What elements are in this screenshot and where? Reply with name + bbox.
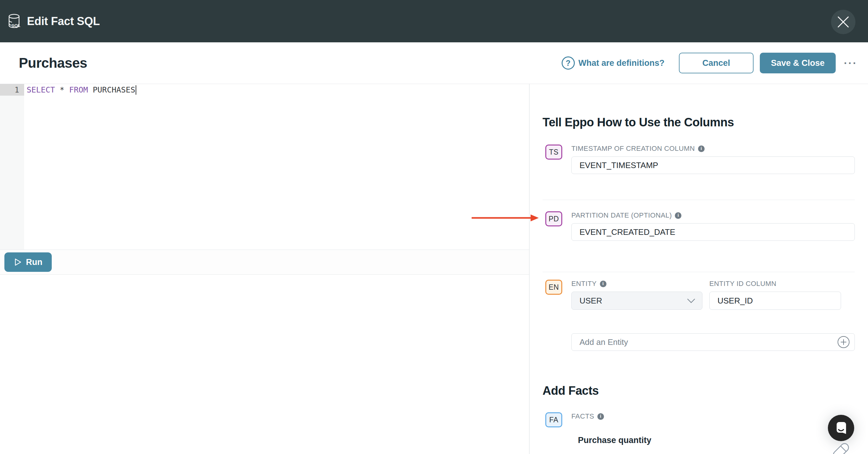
play-icon [14, 258, 22, 266]
line-number: 1 [0, 84, 24, 96]
en-badge: EN [545, 280, 562, 295]
plus-circle-icon [837, 335, 850, 349]
sql-editor-pane: 1 SELECT * FROM PURCHASES Run [0, 84, 530, 454]
toolbar: Purchases ? What are definitions? Cancel… [0, 42, 868, 84]
code-body[interactable]: SELECT * FROM PURCHASES [24, 84, 529, 250]
page-title: Purchases [19, 55, 87, 71]
entity-selected-value: USER [580, 296, 602, 306]
add-entity-button[interactable]: Add an Entity [571, 333, 855, 351]
timestamp-label-row: TIMESTAMP OF CREATION COLUMN i [571, 144, 855, 153]
add-entity-label: Add an Entity [580, 337, 628, 347]
timestamp-field-row: TS TIMESTAMP OF CREATION COLUMN i [542, 144, 855, 174]
question-mark-icon: ? [562, 57, 575, 70]
entity-id-column: ENTITY ID COLUMN [709, 280, 841, 310]
sql-database-icon: SQL [7, 13, 22, 29]
entity-field-row: EN ENTITY i USER [542, 280, 855, 351]
text-cursor [135, 85, 136, 95]
sql-star: * [55, 85, 69, 94]
entity-select-column: ENTITY i USER [571, 280, 703, 310]
modal-header: SQL Edit Fact SQL [0, 0, 868, 42]
entity-field-body: ENTITY i USER [571, 280, 855, 351]
entity-badge-cell: EN [542, 280, 571, 351]
entity-id-input[interactable] [709, 292, 841, 310]
facts-label: FACTS [571, 412, 594, 420]
timestamp-field-body: TIMESTAMP OF CREATION COLUMN i [571, 144, 855, 174]
close-button[interactable] [831, 10, 856, 34]
entity-columns: ENTITY i USER [571, 280, 855, 310]
run-label: Run [26, 257, 42, 267]
info-icon[interactable]: i [698, 145, 705, 152]
partition-label: PARTITION DATE (OPTIONAL) [571, 211, 672, 220]
facts-field-body: FACTS i Purchase quantity [571, 412, 855, 445]
section-divider [542, 200, 855, 200]
section-divider [542, 272, 855, 272]
fa-badge: FA [545, 412, 562, 427]
fact-item-name: Purchase quantity [578, 435, 855, 445]
chat-launcher-button[interactable] [828, 415, 854, 441]
sql-keyword-select: SELECT [27, 85, 55, 94]
partition-badge-cell: PD [542, 211, 571, 241]
partition-date-input[interactable] [571, 223, 855, 241]
edit-pencil-icon[interactable] [827, 442, 856, 454]
chevron-down-icon [687, 298, 695, 303]
partition-label-row: PARTITION DATE (OPTIONAL) i [571, 211, 855, 220]
add-facts-heading: Add Facts [542, 384, 855, 398]
pd-badge: PD [545, 211, 562, 226]
cancel-button[interactable]: Cancel [679, 53, 753, 73]
entity-id-label: ENTITY ID COLUMN [709, 280, 776, 288]
partition-field-body: PARTITION DATE (OPTIONAL) i [571, 211, 855, 241]
edit-fact-sql-modal: SQL Edit Fact SQL Purchases ? What are d… [0, 0, 868, 454]
entity-select[interactable]: USER [571, 292, 703, 310]
facts-field-row: FA FACTS i Purchase quantity [542, 412, 855, 445]
columns-config-panel: Tell Eppo How to Use the Columns TS TIME… [530, 84, 868, 454]
annotation-arrow [471, 213, 539, 223]
toolbar-actions: ? What are definitions? Cancel Save & Cl… [562, 42, 857, 84]
what-are-definitions-link[interactable]: ? What are definitions? [562, 57, 665, 70]
panel-heading: Tell Eppo How to Use the Columns [542, 115, 855, 129]
entity-label-row: ENTITY i [571, 280, 703, 288]
info-icon[interactable]: i [597, 413, 604, 420]
facts-badge-cell: FA [542, 412, 571, 445]
sql-keyword-from: FROM [69, 85, 88, 94]
entity-id-label-row: ENTITY ID COLUMN [709, 280, 841, 288]
sql-line-1[interactable]: SELECT * FROM PURCHASES [24, 84, 529, 96]
sql-code-editor[interactable]: 1 SELECT * FROM PURCHASES [0, 84, 529, 250]
timestamp-badge-cell: TS [542, 144, 571, 174]
modal-title: Edit Fact SQL [27, 15, 100, 28]
save-and-close-button[interactable]: Save & Close [760, 53, 836, 73]
editor-gutter: 1 [0, 84, 24, 250]
sql-table-name: PURCHASES [88, 85, 135, 94]
main-content: 1 SELECT * FROM PURCHASES Run Tell Eppo … [0, 84, 868, 454]
more-options-icon[interactable]: ··· [844, 58, 857, 68]
partition-field-row: PD PARTITION DATE (OPTIONAL) i [542, 211, 855, 241]
run-button[interactable]: Run [4, 252, 52, 272]
timestamp-column-input[interactable] [571, 157, 855, 174]
info-icon[interactable]: i [675, 212, 681, 219]
svg-text:SQL: SQL [11, 23, 20, 28]
run-row: Run [0, 250, 529, 275]
facts-label-row: FACTS i [571, 412, 855, 420]
timestamp-label: TIMESTAMP OF CREATION COLUMN [571, 144, 695, 153]
entity-label: ENTITY [571, 280, 597, 288]
help-link-label: What are definitions? [579, 58, 665, 68]
chat-bubble-icon [834, 421, 848, 435]
ts-badge: TS [545, 144, 562, 160]
info-icon[interactable]: i [600, 281, 607, 287]
close-icon [837, 16, 849, 28]
